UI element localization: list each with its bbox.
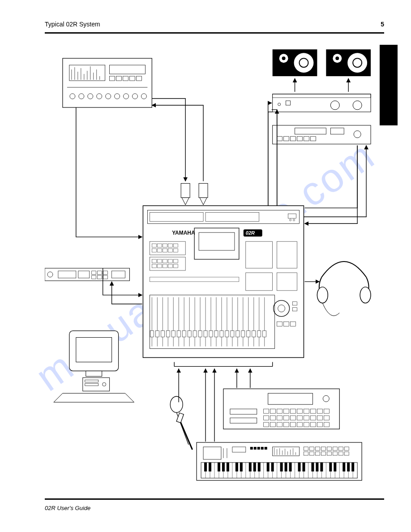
external-effect-unit [63,58,152,107]
svg-rect-66 [198,331,202,337]
svg-rect-297 [334,463,336,472]
svg-rect-75 [247,331,250,337]
svg-rect-78 [263,331,266,337]
svg-rect-291 [298,463,301,472]
svg-rect-169 [176,413,184,423]
svg-rect-276 [204,463,207,472]
svg-rect-71 [225,331,229,337]
page: Typical 02R System 5 02R User's Guide ma… [0,0,411,532]
header-right-page-number: 5 [381,21,384,28]
svg-marker-165 [54,393,134,402]
svg-point-166 [317,287,328,303]
sampler [223,389,339,429]
svg-rect-160 [86,371,102,376]
headphones [317,262,371,316]
svg-rect-93 [63,58,152,107]
connection-diagram: YAMAHA 02R [45,45,384,487]
svg-marker-92 [200,197,207,205]
monitor-speakers [273,49,371,76]
svg-rect-72 [231,331,234,337]
svg-rect-279 [222,463,225,472]
svg-point-167 [360,287,371,303]
svg-point-123 [282,56,286,60]
svg-rect-74 [241,331,245,337]
digital-multitrack [45,268,130,281]
svg-rect-290 [289,463,292,472]
mixer-brand-label: YAMAHA [172,230,195,236]
svg-rect-214 [265,447,267,450]
svg-rect-287 [271,463,274,472]
svg-point-168 [170,396,183,412]
footer-left: 02R User's Guide [45,505,90,511]
top-rule [45,32,384,34]
svg-rect-147 [45,268,130,281]
svg-rect-277 [209,463,211,472]
svg-rect-68 [209,331,213,337]
computer [54,331,134,403]
svg-rect-278 [218,463,220,472]
svg-rect-73 [236,331,240,337]
svg-rect-281 [235,463,238,472]
svg-rect-300 [351,463,354,472]
svg-rect-62 [177,331,180,337]
header-left: Typical 02R System [45,21,100,28]
svg-rect-211 [254,447,257,450]
svg-rect-69 [214,331,218,337]
svg-rect-296 [329,463,332,472]
dat-recorder [273,125,371,144]
svg-rect-63 [182,331,186,337]
svg-marker-90 [182,197,189,205]
svg-rect-65 [193,331,197,337]
svg-rect-285 [258,463,261,472]
svg-rect-70 [220,331,223,337]
svg-rect-289 [285,463,287,472]
svg-rect-286 [267,463,270,472]
svg-rect-284 [253,463,256,472]
svg-point-128 [335,56,339,60]
svg-rect-212 [257,447,260,450]
svg-rect-61 [171,331,175,337]
svg-rect-67 [204,331,207,337]
svg-rect-60 [166,331,170,337]
svg-rect-294 [316,463,318,472]
synthesizer [197,442,362,481]
svg-rect-292 [302,463,305,472]
svg-rect-288 [280,463,283,472]
svg-rect-293 [311,463,314,472]
svg-rect-298 [342,463,345,472]
svg-rect-213 [261,447,264,450]
mixer-model-label: 02R [246,230,255,236]
svg-rect-89 [181,183,190,197]
svg-point-129 [347,53,367,73]
svg-rect-76 [252,331,256,337]
svg-rect-59 [161,331,164,337]
xlr-connectors [181,183,208,205]
svg-rect-161 [83,378,110,391]
svg-rect-280 [227,463,229,472]
svg-point-124 [294,53,314,73]
svg-rect-158 [69,331,119,371]
svg-rect-64 [188,331,191,337]
amplifier [273,94,371,112]
mixer: YAMAHA 02R [143,206,304,357]
svg-rect-282 [240,463,243,472]
svg-rect-91 [199,183,208,197]
svg-rect-283 [249,463,252,472]
svg-rect-299 [347,463,350,472]
svg-rect-131 [273,94,371,112]
bottom-rule [45,498,384,500]
svg-rect-58 [155,331,159,337]
microphone [170,396,192,449]
svg-rect-57 [150,331,154,337]
svg-rect-77 [257,331,261,337]
svg-rect-295 [320,463,323,472]
svg-rect-210 [250,447,253,450]
